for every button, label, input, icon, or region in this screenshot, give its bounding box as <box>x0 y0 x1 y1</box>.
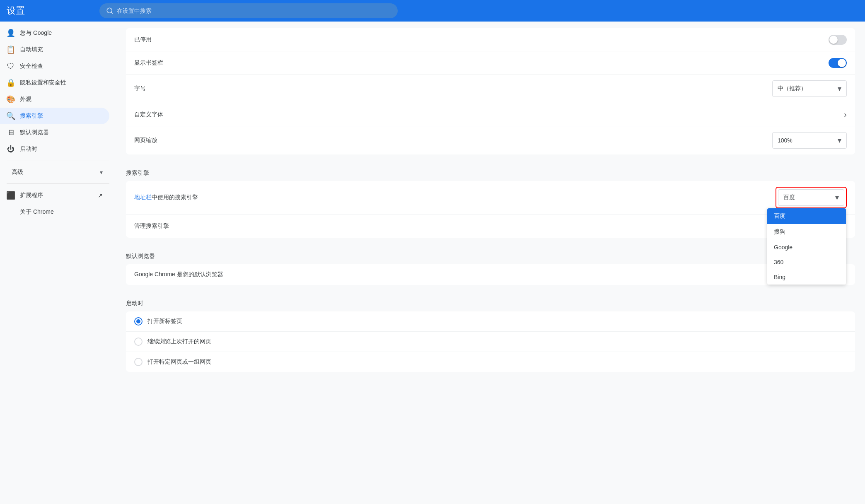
font-size-value: 中（推荐） <box>778 85 807 92</box>
startup-label-0: 打开新标签页 <box>147 318 182 325</box>
option-360[interactable]: 360 <box>767 255 846 270</box>
address-bar-label: 地址栏中使用的搜索引擎 <box>134 194 776 201</box>
font-size-dropdown-wrapper: 中（推荐） ▾ <box>772 80 847 97</box>
sidebar-item-extensions[interactable]: ⬛ 扩展程序 ↗ <box>0 187 109 204</box>
search-engine-heading: 搜索引擎 <box>126 161 855 181</box>
search-nav-icon: 🔍 <box>7 112 15 120</box>
bookmarks-label: 显示书签栏 <box>134 59 829 67</box>
chevron-down-icon: ▾ <box>100 169 103 176</box>
sidebar-item-appearance[interactable]: 🎨 外观 <box>0 91 109 108</box>
startup-label-1: 继续浏览上次打开的网页 <box>147 338 211 345</box>
sidebar-item-startup[interactable]: ⏻ 启动时 <box>0 141 109 157</box>
font-size-row: 字号 中（推荐） ▾ <box>126 75 855 103</box>
lock-icon: 🔒 <box>7 79 15 87</box>
search-engine-card: 地址栏中使用的搜索引擎 百度 ▾ 百度 搜狗 <box>126 181 855 238</box>
radio-2 <box>134 358 143 366</box>
zoom-label: 网页缩放 <box>134 137 772 144</box>
sidebar-label-startup: 启动时 <box>20 145 37 153</box>
search-engine-select[interactable]: 百度 ▾ <box>778 189 844 206</box>
external-link-icon: ↗ <box>98 192 103 199</box>
sidebar-label-autofill: 自动填充 <box>20 46 43 53</box>
layout: 👤 您与 Google 📋 自动填充 🛡 安全检查 🔒 隐私设置和安全性 🎨 外… <box>0 22 865 504</box>
customize-font-label: 自定义字体 <box>134 111 844 118</box>
svg-point-0 <box>107 8 112 13</box>
header: 设置 <box>0 0 865 22</box>
radio-1 <box>134 338 143 346</box>
search-engine-highlight: 百度 ▾ 百度 搜狗 Google <box>776 187 847 208</box>
shield-icon: 🛡 <box>7 62 15 70</box>
option-bing[interactable]: Bing <box>767 270 846 285</box>
zoom-arrow-icon: ▾ <box>838 136 841 145</box>
zoom-dropdown-wrapper: 100% ▾ <box>772 132 847 149</box>
manage-search-label: 管理搜索引擎 <box>134 222 847 230</box>
address-bar-row: 地址栏中使用的搜索引擎 百度 ▾ 百度 搜狗 <box>126 181 855 215</box>
font-size-arrow-icon: ▾ <box>838 84 841 93</box>
sidebar-label-privacy: 隐私设置和安全性 <box>20 79 66 87</box>
main-content: 已停用 显示书签栏 字号 中（推荐） ▾ 自定义字体 <box>116 22 865 504</box>
font-size-label: 字号 <box>134 85 772 92</box>
sidebar-item-advanced[interactable]: 高级 ▾ <box>0 164 109 180</box>
search-icon <box>106 7 114 14</box>
customize-font-row[interactable]: 自定义字体 › <box>126 103 855 126</box>
sidebar-item-privacy[interactable]: 🔒 隐私设置和安全性 <box>0 75 109 91</box>
sidebar-item-about[interactable]: 关于 Chrome <box>0 204 109 220</box>
startup-card: 打开新标签页 继续浏览上次打开的网页 打开特定网页或一组网页 <box>126 311 855 372</box>
browser-icon: 🖥 <box>7 128 15 137</box>
appearance-card: 已停用 显示书签栏 字号 中（推荐） ▾ 自定义字体 <box>126 28 855 154</box>
font-size-select[interactable]: 中（推荐） ▾ <box>772 80 847 97</box>
zoom-row: 网页缩放 100% ▾ <box>126 126 855 154</box>
sidebar-item-google[interactable]: 👤 您与 Google <box>0 25 109 41</box>
default-browser-heading: 默认浏览器 <box>126 244 855 264</box>
startup-label-2: 打开特定网页或一组网页 <box>147 358 211 366</box>
sidebar-divider-2 <box>7 183 109 184</box>
power-icon: ⏻ <box>7 145 15 153</box>
sidebar-label-browser: 默认浏览器 <box>20 129 49 136</box>
address-bar-link[interactable]: 地址栏 <box>134 194 152 200</box>
option-sogou[interactable]: 搜狗 <box>767 224 846 240</box>
autofill-icon: 📋 <box>7 46 15 54</box>
radio-0 <box>134 317 143 326</box>
search-engine-dropdown-menu: 百度 搜狗 Google 360 Bing <box>767 208 846 285</box>
option-google[interactable]: Google <box>767 240 846 255</box>
sidebar-divider-1 <box>7 161 109 161</box>
person-icon: 👤 <box>7 29 15 37</box>
disabled-label: 已停用 <box>134 36 829 43</box>
startup-option-0[interactable]: 打开新标签页 <box>126 311 855 332</box>
zoom-select[interactable]: 100% ▾ <box>772 132 847 149</box>
default-browser-card: Google Chrome 是您的默认浏览器 <box>126 264 855 285</box>
sidebar-label-search: 搜索引擎 <box>20 112 43 120</box>
page-title: 设置 <box>7 5 25 17</box>
default-browser-status: Google Chrome 是您的默认浏览器 <box>134 271 223 277</box>
manage-search-row[interactable]: 管理搜索引擎 <box>126 215 855 238</box>
sidebar-item-browser[interactable]: 🖥 默认浏览器 <box>0 124 109 141</box>
search-engine-arrow-icon: ▾ <box>835 193 839 202</box>
startup-option-2[interactable]: 打开特定网页或一组网页 <box>126 352 855 372</box>
info-icon <box>7 208 15 216</box>
option-baidu[interactable]: 百度 <box>767 208 846 224</box>
disabled-toggle[interactable] <box>829 35 847 45</box>
sidebar-label-advanced: 高级 <box>12 169 23 176</box>
sidebar-label-appearance: 外观 <box>20 96 31 103</box>
bookmarks-row: 显示书签栏 <box>126 51 855 75</box>
startup-option-1[interactable]: 继续浏览上次打开的网页 <box>126 332 855 352</box>
startup-heading: 启动时 <box>126 292 855 311</box>
sidebar-label-google: 您与 Google <box>20 29 52 37</box>
svg-line-1 <box>111 12 112 13</box>
search-input[interactable] <box>117 7 391 14</box>
sidebar-item-safety[interactable]: 🛡 安全检查 <box>0 58 109 75</box>
disabled-row: 已停用 <box>126 28 855 51</box>
sidebar-item-search[interactable]: 🔍 搜索引擎 <box>0 108 109 124</box>
sidebar-label-safety: 安全检查 <box>20 63 43 70</box>
search-bar[interactable] <box>99 3 398 18</box>
chevron-right-icon: › <box>844 110 847 119</box>
bookmarks-toggle[interactable] <box>829 58 847 68</box>
zoom-value: 100% <box>778 137 793 144</box>
palette-icon: 🎨 <box>7 95 15 104</box>
sidebar-label-extensions: 扩展程序 <box>20 192 43 199</box>
sidebar-item-autofill[interactable]: 📋 自动填充 <box>0 41 109 58</box>
sidebar: 👤 您与 Google 📋 自动填充 🛡 安全检查 🔒 隐私设置和安全性 🎨 外… <box>0 22 116 504</box>
sidebar-label-about: 关于 Chrome <box>20 208 54 216</box>
extensions-icon: ⬛ <box>7 191 15 200</box>
search-engine-value: 百度 <box>783 194 795 201</box>
